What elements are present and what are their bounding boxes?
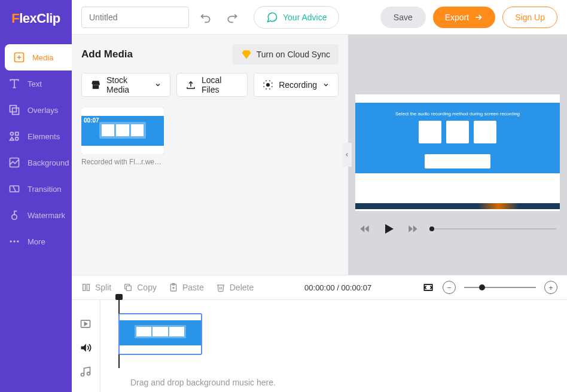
zoom-out-button[interactable]: − (443, 281, 456, 294)
media-icon (13, 51, 25, 63)
svg-rect-8 (16, 132, 19, 135)
cloud-sync-button[interactable]: Turn on Cloud Sync (233, 44, 339, 65)
video-track-icon[interactable] (80, 318, 93, 331)
svg-rect-27 (83, 284, 86, 291)
diamond-icon (241, 49, 252, 60)
preview-canvas[interactable]: Select the audio recording method during… (355, 94, 560, 211)
preview-panel: Select the audio recording method during… (348, 35, 567, 275)
svg-rect-5 (10, 106, 17, 112)
more-icon (8, 235, 20, 247)
forward-button[interactable] (407, 223, 419, 235)
topbar: Your Advice Save Export Sign Up (72, 0, 567, 35)
stock-media-button[interactable]: Stock Media (81, 73, 170, 97)
transition-icon (8, 183, 20, 195)
sidebar-item-label: Background (28, 158, 69, 167)
media-item[interactable]: 00:07 Recorded with Fl...r.webm (81, 108, 164, 166)
arrow-right-icon (474, 13, 483, 22)
zoom-in-button[interactable]: + (544, 281, 557, 294)
sidebar-item-more[interactable]: More (0, 228, 72, 255)
fit-button[interactable] (422, 281, 434, 293)
play-button[interactable] (382, 222, 396, 236)
sidebar-item-label: Transition (28, 185, 62, 194)
sidebar: FlexClip Media Text Overlays (0, 0, 72, 392)
rewind-button[interactable] (359, 223, 371, 235)
sidebar-item-text[interactable]: Text (0, 71, 72, 97)
svg-marker-22 (361, 225, 365, 232)
zoom-slider[interactable] (464, 287, 536, 288)
redo-button[interactable] (222, 8, 242, 27)
svg-point-10 (16, 137, 19, 140)
copy-button[interactable]: Copy (123, 283, 157, 292)
svg-rect-28 (87, 284, 89, 291)
sidebar-item-label: Watermark (28, 211, 65, 220)
svg-marker-37 (81, 344, 86, 351)
svg-line-13 (13, 186, 16, 192)
svg-marker-23 (365, 225, 369, 232)
chat-icon (266, 11, 278, 23)
sidebar-item-watermark[interactable]: Watermark (0, 202, 72, 228)
media-item-name: Recorded with Fl...r.webm (81, 158, 164, 166)
sidebar-item-transition[interactable]: Transition (0, 176, 72, 202)
save-button[interactable]: Save (380, 7, 426, 28)
record-icon (263, 79, 273, 90)
svg-rect-6 (13, 108, 19, 115)
timeline-tracks[interactable]: Drag and drop background music here. (100, 300, 567, 392)
sidebar-item-label: Text (28, 79, 42, 88)
audio-track-icon[interactable] (80, 342, 93, 355)
export-button[interactable]: Export (433, 7, 495, 28)
svg-point-17 (17, 240, 19, 242)
text-icon (8, 78, 20, 90)
timeline-toolbar: Split Copy Paste Delete 00:00:00 / 00:00… (72, 275, 567, 300)
timeline: Drag and drop background music here. (72, 300, 567, 392)
sidebar-item-elements[interactable]: Elements (0, 123, 72, 149)
sidebar-item-overlays[interactable]: Overlays (0, 97, 72, 123)
media-thumbnail: 00:07 (81, 108, 164, 154)
signup-button[interactable]: Sign Up (502, 7, 557, 28)
upload-icon (185, 79, 196, 90)
music-track-icon[interactable] (80, 366, 93, 379)
svg-point-16 (13, 240, 15, 242)
delete-button[interactable]: Delete (216, 283, 254, 292)
your-advice-button[interactable]: Your Advice (254, 6, 339, 29)
overlays-icon (8, 104, 20, 116)
store-icon (90, 79, 101, 90)
local-files-button[interactable]: Local Files (176, 73, 248, 97)
svg-marker-36 (84, 323, 87, 326)
recording-button[interactable]: Recording (254, 73, 339, 97)
music-drop-hint: Drag and drop background music here. (130, 378, 276, 387)
sidebar-item-label: Elements (28, 132, 60, 141)
project-title-input[interactable] (81, 7, 189, 28)
collapse-panel-button[interactable] (342, 143, 352, 167)
svg-marker-24 (385, 224, 394, 234)
timeline-clip[interactable] (118, 313, 202, 355)
preview-scrubber[interactable] (429, 228, 556, 229)
svg-point-39 (87, 372, 90, 375)
sidebar-item-label: More (28, 237, 45, 246)
svg-point-14 (12, 215, 17, 219)
svg-rect-29 (127, 286, 132, 290)
split-button[interactable]: Split (81, 283, 111, 292)
background-icon (8, 157, 20, 169)
sidebar-item-label: Overlays (28, 106, 58, 115)
svg-point-15 (10, 240, 12, 242)
paste-button[interactable]: Paste (169, 283, 204, 292)
svg-marker-9 (10, 137, 14, 140)
svg-marker-19 (242, 50, 251, 59)
logo[interactable]: FlexClip (0, 0, 72, 37)
chevron-down-icon (154, 81, 161, 88)
svg-point-38 (81, 373, 84, 376)
undo-button[interactable] (196, 8, 215, 27)
svg-marker-26 (413, 225, 417, 232)
sidebar-item-media[interactable]: Media (5, 44, 72, 71)
sidebar-item-label: Media (32, 53, 53, 62)
media-panel-title: Add Media (81, 48, 133, 60)
timeline-time: 00:00:00 / 00:00:07 (304, 283, 371, 292)
svg-point-7 (10, 132, 13, 135)
svg-marker-25 (409, 225, 413, 232)
sidebar-item-background[interactable]: Background (0, 149, 72, 176)
svg-point-21 (267, 84, 270, 87)
watermark-icon (8, 209, 20, 221)
media-panel: Add Media Turn on Cloud Sync Stock Media (72, 35, 348, 275)
chevron-down-icon (322, 81, 330, 88)
elements-icon (8, 130, 20, 142)
